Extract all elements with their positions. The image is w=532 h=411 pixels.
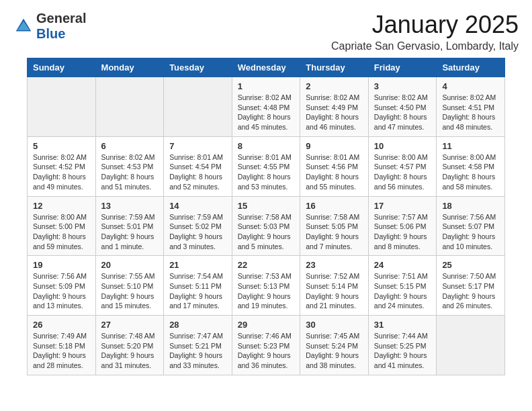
table-row: 3Sunrise: 8:02 AM Sunset: 4:50 PM Daylig…: [368, 77, 437, 137]
calendar-week-row: 1Sunrise: 8:02 AM Sunset: 4:48 PM Daylig…: [28, 77, 505, 137]
table-row: 28Sunrise: 7:47 AM Sunset: 5:21 PM Dayli…: [164, 316, 232, 375]
day-number: 2: [306, 81, 363, 91]
col-thursday: Thursday: [300, 58, 369, 77]
day-number: 21: [169, 260, 226, 270]
col-sunday: Sunday: [28, 58, 96, 77]
day-number: 10: [374, 141, 431, 151]
day-info: Sunrise: 7:50 AM Sunset: 5:17 PM Dayligh…: [442, 271, 499, 311]
calendar-table: Sunday Monday Tuesday Wednesday Thursday…: [27, 58, 505, 375]
table-row: 20Sunrise: 7:55 AM Sunset: 5:10 PM Dayli…: [95, 256, 164, 316]
calendar-week-row: 5Sunrise: 8:02 AM Sunset: 4:52 PM Daylig…: [28, 136, 505, 196]
day-info: Sunrise: 7:59 AM Sunset: 5:02 PM Dayligh…: [169, 212, 226, 252]
day-info: Sunrise: 7:45 AM Sunset: 5:24 PM Dayligh…: [306, 331, 363, 371]
day-info: Sunrise: 7:58 AM Sunset: 5:03 PM Dayligh…: [238, 212, 295, 252]
title-block: January 2025 Capriate San Gervasio, Lomb…: [331, 11, 519, 52]
day-info: Sunrise: 7:59 AM Sunset: 5:01 PM Dayligh…: [101, 212, 159, 252]
table-row: 31Sunrise: 7:44 AM Sunset: 5:25 PM Dayli…: [368, 316, 437, 375]
page-header: General Blue January 2025 Capriate San G…: [0, 0, 532, 58]
table-row: 29Sunrise: 7:46 AM Sunset: 5:23 PM Dayli…: [232, 316, 300, 375]
table-row: 7Sunrise: 8:01 AM Sunset: 4:54 PM Daylig…: [164, 136, 232, 196]
table-row: 2Sunrise: 8:02 AM Sunset: 4:49 PM Daylig…: [300, 77, 369, 137]
day-number: 15: [238, 201, 295, 211]
day-number: 8: [238, 141, 295, 151]
table-row: 14Sunrise: 7:59 AM Sunset: 5:02 PM Dayli…: [164, 196, 232, 256]
day-info: Sunrise: 8:01 AM Sunset: 4:54 PM Dayligh…: [169, 152, 226, 192]
day-info: Sunrise: 7:47 AM Sunset: 5:21 PM Dayligh…: [169, 331, 226, 371]
table-row: 26Sunrise: 7:49 AM Sunset: 5:18 PM Dayli…: [28, 316, 96, 375]
calendar-week-row: 12Sunrise: 8:00 AM Sunset: 5:00 PM Dayli…: [28, 196, 505, 256]
calendar-week-row: 19Sunrise: 7:56 AM Sunset: 5:09 PM Dayli…: [28, 256, 505, 316]
day-number: 13: [101, 201, 159, 211]
day-info: Sunrise: 7:53 AM Sunset: 5:13 PM Dayligh…: [238, 271, 295, 311]
table-row: 9Sunrise: 8:01 AM Sunset: 4:56 PM Daylig…: [300, 136, 369, 196]
day-number: 18: [442, 201, 499, 211]
day-info: Sunrise: 8:00 AM Sunset: 4:57 PM Dayligh…: [374, 152, 431, 192]
day-number: 29: [238, 320, 295, 330]
day-number: 19: [33, 260, 90, 270]
day-info: Sunrise: 7:58 AM Sunset: 5:05 PM Dayligh…: [306, 212, 363, 252]
day-number: 30: [306, 320, 363, 330]
table-row: 27Sunrise: 7:48 AM Sunset: 5:20 PM Dayli…: [95, 316, 164, 375]
table-row: 11Sunrise: 8:00 AM Sunset: 4:58 PM Dayli…: [437, 136, 505, 196]
table-row: 4Sunrise: 8:02 AM Sunset: 4:51 PM Daylig…: [437, 77, 505, 137]
day-info: Sunrise: 8:02 AM Sunset: 4:48 PM Dayligh…: [238, 93, 295, 132]
location: Capriate San Gervasio, Lombardy, Italy: [331, 40, 519, 52]
day-number: 11: [442, 141, 499, 151]
table-row: 15Sunrise: 7:58 AM Sunset: 5:03 PM Dayli…: [232, 196, 300, 256]
day-info: Sunrise: 7:56 AM Sunset: 5:09 PM Dayligh…: [33, 271, 90, 311]
day-info: Sunrise: 7:46 AM Sunset: 5:23 PM Dayligh…: [238, 331, 295, 371]
table-row: 18Sunrise: 7:56 AM Sunset: 5:07 PM Dayli…: [437, 196, 505, 256]
day-info: Sunrise: 8:02 AM Sunset: 4:53 PM Dayligh…: [101, 152, 159, 192]
table-row: 16Sunrise: 7:58 AM Sunset: 5:05 PM Dayli…: [300, 196, 369, 256]
day-number: 5: [33, 141, 90, 151]
day-info: Sunrise: 7:56 AM Sunset: 5:07 PM Dayligh…: [442, 212, 499, 252]
table-row: 8Sunrise: 8:01 AM Sunset: 4:55 PM Daylig…: [232, 136, 300, 196]
day-number: 4: [442, 81, 499, 91]
table-row: [164, 77, 232, 137]
table-row: 17Sunrise: 7:57 AM Sunset: 5:06 PM Dayli…: [368, 196, 437, 256]
day-number: 12: [33, 201, 90, 211]
day-number: 28: [169, 320, 226, 330]
day-info: Sunrise: 7:48 AM Sunset: 5:20 PM Dayligh…: [101, 331, 159, 371]
logo: General Blue: [13, 11, 86, 42]
table-row: [95, 77, 164, 137]
table-row: 13Sunrise: 7:59 AM Sunset: 5:01 PM Dayli…: [95, 196, 164, 256]
month-title: January 2025: [331, 11, 519, 39]
day-number: 23: [306, 260, 363, 270]
table-row: [28, 77, 96, 137]
day-info: Sunrise: 7:51 AM Sunset: 5:15 PM Dayligh…: [374, 271, 431, 311]
day-number: 24: [374, 260, 431, 270]
day-info: Sunrise: 8:02 AM Sunset: 4:50 PM Dayligh…: [374, 93, 431, 132]
day-info: Sunrise: 8:02 AM Sunset: 4:51 PM Dayligh…: [442, 93, 499, 132]
table-row: 10Sunrise: 8:00 AM Sunset: 4:57 PM Dayli…: [368, 136, 437, 196]
calendar-wrapper: Sunday Monday Tuesday Wednesday Thursday…: [0, 58, 532, 375]
col-tuesday: Tuesday: [164, 58, 232, 77]
table-row: 19Sunrise: 7:56 AM Sunset: 5:09 PM Dayli…: [28, 256, 96, 316]
logo-icon: [13, 16, 34, 36]
table-row: 1Sunrise: 8:02 AM Sunset: 4:48 PM Daylig…: [232, 77, 300, 137]
day-info: Sunrise: 7:54 AM Sunset: 5:11 PM Dayligh…: [169, 271, 226, 311]
table-row: 5Sunrise: 8:02 AM Sunset: 4:52 PM Daylig…: [28, 136, 96, 196]
day-number: 26: [33, 320, 90, 330]
day-info: Sunrise: 7:49 AM Sunset: 5:18 PM Dayligh…: [33, 331, 90, 371]
col-saturday: Saturday: [437, 58, 505, 77]
day-number: 20: [101, 260, 159, 270]
day-info: Sunrise: 7:44 AM Sunset: 5:25 PM Dayligh…: [374, 331, 431, 371]
table-row: 23Sunrise: 7:52 AM Sunset: 5:14 PM Dayli…: [300, 256, 369, 316]
calendar-header-row: Sunday Monday Tuesday Wednesday Thursday…: [28, 58, 505, 77]
day-number: 6: [101, 141, 159, 151]
col-wednesday: Wednesday: [232, 58, 300, 77]
day-number: 1: [238, 81, 295, 91]
day-info: Sunrise: 8:01 AM Sunset: 4:55 PM Dayligh…: [238, 152, 295, 192]
day-number: 14: [169, 201, 226, 211]
col-monday: Monday: [95, 58, 164, 77]
table-row: 24Sunrise: 7:51 AM Sunset: 5:15 PM Dayli…: [368, 256, 437, 316]
table-row: 22Sunrise: 7:53 AM Sunset: 5:13 PM Dayli…: [232, 256, 300, 316]
table-row: 21Sunrise: 7:54 AM Sunset: 5:11 PM Dayli…: [164, 256, 232, 316]
day-number: 31: [374, 320, 431, 330]
day-info: Sunrise: 7:57 AM Sunset: 5:06 PM Dayligh…: [374, 212, 431, 252]
table-row: 25Sunrise: 7:50 AM Sunset: 5:17 PM Dayli…: [437, 256, 505, 316]
day-info: Sunrise: 8:01 AM Sunset: 4:56 PM Dayligh…: [306, 152, 363, 192]
day-info: Sunrise: 8:02 AM Sunset: 4:49 PM Dayligh…: [306, 93, 363, 132]
col-friday: Friday: [368, 58, 437, 77]
